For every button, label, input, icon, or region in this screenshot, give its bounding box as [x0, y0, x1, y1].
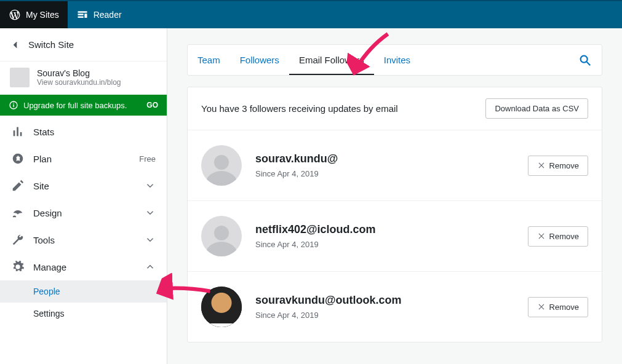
- nav-people[interactable]: People: [0, 280, 167, 303]
- remove-label: Remove: [549, 303, 579, 312]
- masterbar-reader[interactable]: Reader: [68, 1, 130, 28]
- chevron-left-icon: [10, 39, 21, 50]
- avatar: [201, 145, 242, 186]
- panel-header: You have 3 followers receiving updates b…: [188, 87, 602, 130]
- nav-plan-badge: Free: [139, 154, 156, 164]
- wordpress-icon: [9, 9, 21, 21]
- followers-panel: You have 3 followers receiving updates b…: [187, 87, 602, 342]
- download-csv-label: Download Data as CSV: [495, 104, 579, 113]
- masterbar: My Sites Reader: [0, 0, 622, 28]
- close-icon: [537, 303, 546, 311]
- pencil-icon: [11, 179, 25, 192]
- main-content: Team Followers Email Followers Invites Y…: [167, 28, 622, 364]
- info-icon: [9, 100, 18, 110]
- masterbar-reader-label: Reader: [94, 10, 122, 20]
- avatar: [201, 287, 242, 327]
- stats-icon: [11, 125, 25, 138]
- follower-email: netflix402@icloud.com: [255, 223, 514, 236]
- chevron-down-icon: [145, 180, 156, 191]
- follower-since: Since Apr 4, 2019: [255, 311, 514, 320]
- follower-row: sourav.kundu@ Since Apr 4, 2019 Remove: [188, 130, 602, 201]
- tab-team[interactable]: Team: [188, 45, 230, 75]
- site-thumbnail: [10, 68, 30, 87]
- close-icon: [537, 161, 546, 170]
- design-icon: [11, 206, 25, 220]
- follower-email: souravkundu@outlook.com: [255, 294, 514, 307]
- chevron-up-icon: [145, 261, 156, 272]
- nav-plan-label: Plan: [33, 154, 52, 164]
- remove-button[interactable]: Remove: [528, 297, 588, 317]
- gear-icon: [11, 260, 25, 274]
- tab-email-followers[interactable]: Email Followers: [289, 45, 374, 75]
- nav-manage[interactable]: Manage: [0, 253, 167, 280]
- follower-since: Since Apr 4, 2019: [255, 169, 514, 178]
- follower-row: netflix402@icloud.com Since Apr 4, 2019 …: [188, 201, 602, 272]
- avatar: [201, 216, 242, 256]
- remove-label: Remove: [549, 161, 579, 170]
- svg-rect-2: [13, 103, 14, 103]
- svg-rect-1: [13, 105, 14, 108]
- sidebar: Switch Site Sourav's Blog View souravkun…: [0, 28, 167, 364]
- nav-plan[interactable]: Plan Free: [0, 145, 167, 172]
- nav-tools[interactable]: Tools: [0, 226, 167, 253]
- search-button[interactable]: [568, 45, 602, 75]
- followers-count-message: You have 3 followers receiving updates b…: [201, 103, 398, 114]
- nav-manage-label: Manage: [33, 262, 66, 272]
- nav-design-label: Design: [33, 208, 62, 218]
- masterbar-my-sites-label: My Sites: [26, 10, 59, 20]
- people-tabs: Team Followers Email Followers Invites: [187, 44, 602, 76]
- site-name: Sourav's Blog: [37, 68, 121, 78]
- search-icon: [578, 53, 592, 67]
- remove-label: Remove: [549, 232, 579, 241]
- upgrade-text: Upgrade for full site backups.: [23, 101, 127, 110]
- remove-button[interactable]: Remove: [528, 226, 588, 247]
- masterbar-my-sites[interactable]: My Sites: [0, 1, 68, 28]
- upgrade-banner[interactable]: Upgrade for full site backups. GO: [0, 95, 167, 116]
- nav-tools-label: Tools: [33, 235, 55, 245]
- site-url: View souravkundu.in/blog: [37, 78, 121, 87]
- download-csv-button[interactable]: Download Data as CSV: [485, 98, 588, 119]
- nav-design[interactable]: Design: [0, 199, 167, 226]
- nav-stats-label: Stats: [33, 127, 54, 137]
- nav-settings-label: Settings: [33, 309, 65, 318]
- tab-followers[interactable]: Followers: [230, 45, 289, 75]
- wrench-icon: [11, 233, 25, 247]
- nav-people-label: People: [33, 287, 60, 296]
- svg-line-8: [587, 61, 591, 65]
- svg-rect-3: [14, 130, 15, 136]
- chevron-down-icon: [145, 207, 156, 218]
- sidebar-nav: Stats Plan Free Site Design: [0, 116, 167, 325]
- svg-rect-4: [17, 127, 18, 136]
- follower-row: souravkundu@outlook.com Since Apr 4, 201…: [188, 272, 602, 342]
- switch-site-label: Switch Site: [28, 39, 74, 50]
- tab-invites[interactable]: Invites: [374, 45, 420, 75]
- follower-email: sourav.kundu@: [255, 152, 514, 165]
- reader-icon: [76, 9, 89, 21]
- follower-since: Since Apr 4, 2019: [255, 240, 514, 249]
- svg-rect-5: [20, 132, 22, 136]
- nav-site-label: Site: [33, 181, 49, 191]
- site-card[interactable]: Sourav's Blog View souravkundu.in/blog: [0, 61, 167, 95]
- upgrade-go[interactable]: GO: [146, 101, 158, 109]
- switch-site[interactable]: Switch Site: [0, 28, 167, 61]
- chevron-down-icon: [145, 234, 156, 245]
- plan-icon: [11, 152, 25, 165]
- nav-settings[interactable]: Settings: [0, 303, 167, 325]
- nav-stats[interactable]: Stats: [0, 118, 167, 145]
- close-icon: [537, 232, 546, 240]
- svg-point-7: [581, 55, 588, 62]
- remove-button[interactable]: Remove: [528, 156, 588, 176]
- nav-site[interactable]: Site: [0, 172, 167, 199]
